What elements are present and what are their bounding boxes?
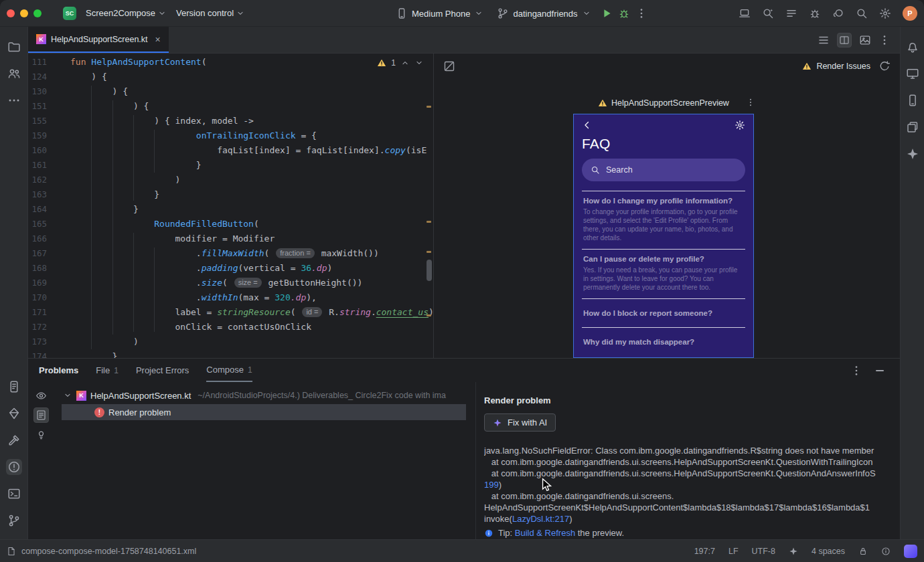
problems-tool-icon[interactable] — [6, 459, 22, 475]
lock-icon[interactable] — [858, 547, 868, 556]
problem-row[interactable]: Render problem — [62, 404, 466, 420]
split-view-icon[interactable] — [837, 33, 852, 48]
view-options-icon[interactable] — [35, 390, 47, 401]
quick-fix-bulb-icon[interactable] — [35, 429, 47, 440]
code-line[interactable]: 174 } — [28, 349, 433, 358]
code-line[interactable]: 163 } — [28, 187, 433, 202]
code-line[interactable]: 171 label = stringResource( id = R.strin… — [28, 305, 433, 320]
more-tools-icon[interactable] — [7, 94, 21, 107]
code-line[interactable]: 155 ) { index, model -> — [28, 114, 433, 128]
code-line[interactable]: 160 faqList[index] = faqList[index].copy… — [28, 143, 433, 158]
code-line[interactable]: 159 onTrailingIconClick = { — [28, 128, 433, 143]
running-devices-icon[interactable] — [906, 67, 919, 80]
code-line[interactable]: 111fun HelpAndSupportContent( — [28, 55, 433, 70]
faq-item[interactable]: Can I pause or delete my profile?Yes. If… — [582, 250, 745, 298]
close-window-button[interactable] — [7, 9, 15, 17]
build-tool-icon[interactable] — [7, 434, 21, 447]
debug-button[interactable] — [618, 7, 630, 19]
editor-scrollbar[interactable] — [427, 260, 432, 281]
run-button[interactable] — [601, 7, 613, 19]
faq-item[interactable]: Why did my match disappear? — [582, 328, 745, 356]
indent-setting[interactable]: 4 spaces — [812, 547, 845, 556]
terminal-tool-icon[interactable] — [7, 487, 21, 500]
stack-link[interactable]: 199 — [484, 480, 499, 490]
expand-node-icon[interactable] — [63, 391, 72, 400]
device-selector[interactable]: Medium Phone — [392, 5, 487, 22]
code-area[interactable]: 111fun HelpAndSupportContent(124 ) {130 … — [28, 54, 433, 358]
main-menu-vcs[interactable]: Version control — [176, 8, 245, 18]
code-line[interactable]: 173 ) — [28, 335, 433, 349]
zoom-window-button[interactable] — [33, 9, 42, 17]
preview-options-icon[interactable] — [746, 98, 755, 107]
code-line[interactable]: 130 ) { — [28, 84, 433, 99]
code-line[interactable]: 170 .widthIn(max = 320.dp), — [28, 290, 433, 305]
faq-settings-gear-icon[interactable] — [735, 120, 745, 130]
file-node-row[interactable]: K HelpAndSupportScreen.kt ~/AndroidStudi… — [54, 387, 475, 403]
code-line[interactable]: 167 .fillMaxWidth( fraction = maxWidth()… — [28, 246, 433, 261]
code-line[interactable]: 169 .size( size = getButtonHeight()) — [28, 276, 433, 290]
faq-item[interactable]: How do I block or report someone? — [582, 299, 745, 327]
preview-layout-icon[interactable] — [443, 60, 455, 72]
preview-source-icon[interactable] — [33, 407, 49, 423]
logcat-tool-icon[interactable] — [7, 380, 21, 393]
app-quality-insights-icon[interactable] — [7, 407, 21, 420]
file-encoding[interactable]: UTF-8 — [752, 547, 775, 556]
preview-phone-frame[interactable]: FAQ Search How do I change my profile in… — [573, 114, 754, 358]
tool-window-options-icon[interactable] — [850, 365, 862, 377]
refresh-preview-icon[interactable] — [878, 60, 891, 72]
more-actions-icon[interactable] — [635, 7, 647, 19]
code-line[interactable]: 165 RoundedFilledButton( — [28, 217, 433, 231]
inspections-widget[interactable]: 1 — [377, 58, 424, 68]
version-control-tool-icon[interactable] — [7, 514, 21, 527]
settings-gear-icon[interactable] — [879, 7, 891, 19]
tab-project-errors[interactable]: Project Errors — [136, 359, 189, 382]
fix-with-ai-button[interactable]: Fix with AI — [484, 413, 556, 432]
editor-options-icon[interactable] — [878, 34, 891, 46]
code-line[interactable]: 164 } — [28, 202, 433, 217]
gradle-sync-icon[interactable] — [832, 7, 844, 19]
code-line[interactable]: 161 } — [28, 158, 433, 173]
hide-tool-window-icon[interactable] — [876, 370, 884, 371]
design-view-icon[interactable] — [859, 34, 871, 46]
next-problem-icon[interactable] — [414, 58, 424, 68]
notifications-bell-icon[interactable] — [906, 40, 919, 54]
run-configuration-selector[interactable]: datingandfriends — [493, 5, 595, 22]
ai-search-icon[interactable] — [762, 7, 774, 19]
code-line[interactable]: 162 ) — [28, 173, 433, 187]
project-tool-icon[interactable] — [7, 40, 21, 54]
tool-window-title[interactable]: Problems — [39, 359, 78, 382]
prev-problem-icon[interactable] — [400, 58, 410, 68]
code-line[interactable]: 168 .padding(vertical = 36.dp) — [28, 261, 433, 276]
code-line[interactable]: 166 modifier = Modifier — [28, 231, 433, 246]
status-file-name[interactable]: compose-compose-model-1758748140651.xml — [21, 547, 196, 556]
close-tab-icon[interactable]: × — [155, 34, 161, 45]
commit-tool-icon[interactable] — [7, 67, 21, 80]
profiler-icon[interactable] — [809, 7, 821, 19]
gemini-spark-icon[interactable] — [906, 147, 919, 161]
gemini-badge-icon[interactable] — [904, 545, 917, 558]
inspection-status-icon[interactable] — [881, 547, 891, 556]
editor-tab[interactable]: K HelpAndSupportScreen.kt × — [28, 27, 169, 53]
user-avatar[interactable]: P — [903, 6, 917, 21]
build-refresh-link[interactable]: Build & Refresh — [515, 528, 575, 538]
line-ending[interactable]: LF — [728, 547, 739, 556]
layout-inspector-icon[interactable] — [906, 120, 919, 134]
code-editor[interactable]: 111fun HelpAndSupportContent(124 ) {130 … — [28, 54, 434, 358]
back-icon[interactable] — [582, 120, 593, 130]
code-line[interactable]: 124 ) { — [28, 70, 433, 84]
code-view-icon[interactable] — [818, 34, 830, 46]
code-line[interactable]: 172 onClick = contactUsOnClick — [28, 320, 433, 335]
main-menu-project[interactable]: Screen2Compose — [86, 8, 167, 18]
search-everywhere-icon[interactable] — [856, 7, 868, 19]
code-line[interactable]: 151 ) { — [28, 99, 433, 114]
tab-compose[interactable]: Compose1 — [206, 359, 252, 382]
faq-search-bar[interactable]: Search — [582, 159, 745, 181]
ai-status-icon[interactable] — [789, 547, 798, 556]
caret-position[interactable]: 197:7 — [694, 547, 715, 556]
tab-file[interactable]: File1 — [96, 359, 119, 382]
todo-list-icon[interactable] — [785, 7, 797, 19]
faq-item[interactable]: How do I change my profile information?T… — [582, 191, 745, 249]
device-manager-icon[interactable] — [906, 94, 919, 107]
minimize-window-button[interactable] — [20, 9, 28, 17]
device-mirroring-icon[interactable] — [739, 7, 751, 19]
